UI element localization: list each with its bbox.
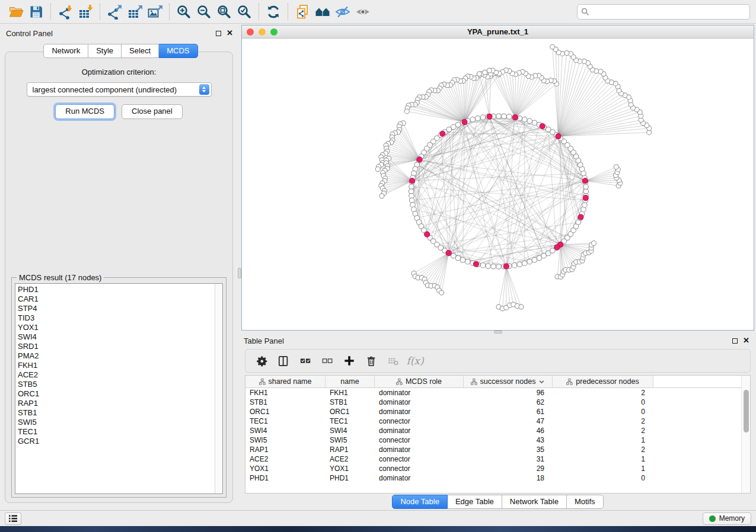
dominator-node[interactable]: [513, 115, 518, 120]
dominator-node[interactable]: [540, 124, 545, 129]
network-canvas[interactable]: [242, 39, 754, 330]
column-header-shared-name[interactable]: shared name: [245, 376, 326, 387]
column-header-successor-nodes[interactable]: successor nodes: [464, 376, 553, 387]
dominator-node[interactable]: [440, 131, 445, 136]
column-header-predecessor-nodes[interactable]: predecessor nodes: [553, 376, 653, 387]
tab-node-table[interactable]: Node Table: [392, 495, 448, 509]
float-panel-icon[interactable]: [732, 338, 738, 344]
network-node[interactable]: [522, 261, 527, 266]
mcds-result-node[interactable]: ORC1: [18, 389, 215, 399]
network-node[interactable]: [375, 167, 380, 172]
deselect-all-rows-button[interactable]: [318, 352, 336, 370]
network-node[interactable]: [404, 109, 409, 114]
close-panel-icon[interactable]: [227, 30, 233, 36]
mcds-result-node[interactable]: PMA2: [18, 351, 215, 361]
float-panel-icon[interactable]: [216, 31, 221, 36]
refresh-network-button[interactable]: [263, 2, 283, 21]
network-node[interactable]: [477, 72, 481, 76]
network-node[interactable]: [614, 165, 618, 169]
tab-style[interactable]: Style: [88, 44, 122, 58]
network-node[interactable]: [564, 51, 569, 56]
column-header-MCDS-role[interactable]: MCDS role: [375, 376, 464, 387]
dominator-node[interactable]: [417, 157, 422, 162]
network-node[interactable]: [460, 258, 465, 263]
network-node[interactable]: [522, 117, 527, 123]
mcds-result-node[interactable]: GCR1: [18, 437, 215, 446]
zoom-selected-button[interactable]: [234, 2, 254, 21]
dominator-node[interactable]: [554, 245, 560, 250]
network-node[interactable]: [582, 59, 586, 64]
dominator-node[interactable]: [583, 196, 588, 201]
export-network-button[interactable]: [104, 2, 125, 21]
table-row[interactable]: RAP1RAP1dominator352: [245, 445, 741, 454]
select-all-rows-button[interactable]: [296, 352, 314, 370]
tab-edge-table[interactable]: Edge Table: [448, 495, 502, 509]
dominator-node[interactable]: [578, 214, 583, 220]
network-node[interactable]: [475, 116, 480, 121]
table-row[interactable]: SWI4SWI4dominator462: [245, 426, 741, 435]
network-node[interactable]: [455, 255, 461, 261]
mcds-result-node[interactable]: PHD1: [18, 285, 215, 294]
hide-selected-button[interactable]: [333, 2, 353, 21]
mcds-result-node[interactable]: STB1: [18, 408, 215, 418]
table-row[interactable]: TEC1TEC1connector472: [245, 416, 741, 426]
network-node[interactable]: [480, 115, 486, 120]
tab-network-table[interactable]: Network Table: [502, 495, 567, 509]
mcds-result-node[interactable]: RAP1: [18, 399, 215, 408]
network-node[interactable]: [532, 258, 537, 263]
network-node[interactable]: [486, 264, 491, 269]
import-table-button[interactable]: [75, 2, 95, 21]
network-node[interactable]: [519, 305, 524, 309]
dominator-node[interactable]: [425, 232, 430, 237]
horizontal-splitter[interactable]: [241, 331, 754, 334]
network-node[interactable]: [527, 118, 532, 124]
import-network-button[interactable]: [55, 2, 75, 21]
network-node[interactable]: [550, 44, 555, 49]
run-mcds-button[interactable]: Run MCDS: [55, 104, 114, 119]
dominator-node[interactable]: [487, 114, 492, 119]
export-table-button[interactable]: [125, 2, 145, 21]
network-node[interactable]: [487, 68, 492, 73]
mcds-result-node[interactable]: SWI4: [18, 332, 215, 342]
network-node[interactable]: [517, 262, 522, 267]
dominator-node[interactable]: [410, 178, 415, 184]
network-node[interactable]: [483, 70, 487, 75]
network-node[interactable]: [470, 117, 476, 123]
close-panel-icon[interactable]: [743, 338, 749, 344]
network-node[interactable]: [480, 263, 486, 268]
network-node[interactable]: [491, 264, 496, 270]
mcds-result-node[interactable]: CAR1: [18, 294, 215, 304]
table-row[interactable]: PHD1PHD1dominator180: [245, 473, 741, 483]
mcds-result-node[interactable]: YOX1: [18, 323, 215, 332]
mcds-result-node[interactable]: FKH1: [18, 361, 215, 370]
mcds-result-node[interactable]: STB5: [18, 380, 215, 389]
delete-columns-button[interactable]: [362, 352, 380, 370]
table-row[interactable]: FKH1FKH1dominator962: [245, 388, 741, 398]
save-session-button[interactable]: [26, 2, 46, 21]
dominator-node[interactable]: [582, 178, 588, 184]
first-neighbors-button[interactable]: [312, 2, 333, 21]
network-node[interactable]: [379, 194, 384, 198]
vertical-splitter[interactable]: [238, 24, 241, 510]
network-node[interactable]: [496, 264, 502, 270]
table-row[interactable]: ACE2ACE2connector311: [245, 454, 741, 464]
dominator-node[interactable]: [503, 264, 509, 269]
network-node[interactable]: [502, 114, 507, 119]
memory-button[interactable]: Memory: [703, 512, 751, 525]
mcds-result-node[interactable]: TID3: [18, 313, 215, 323]
table-options-button[interactable]: [253, 352, 270, 370]
tab-mcds[interactable]: MCDS: [159, 44, 197, 58]
network-node[interactable]: [512, 263, 517, 268]
export-image-button[interactable]: [145, 2, 165, 21]
mcds-result-node[interactable]: SRD1: [18, 342, 215, 351]
search-input[interactable]: [592, 6, 746, 18]
scrollbar-thumb[interactable]: [744, 390, 749, 432]
tab-network[interactable]: Network: [43, 44, 88, 58]
table-row[interactable]: SWI5SWI5connector431: [245, 435, 741, 445]
dominator-node[interactable]: [462, 120, 467, 125]
tab-select[interactable]: Select: [122, 44, 159, 58]
network-node[interactable]: [439, 290, 444, 295]
network-node[interactable]: [506, 114, 512, 120]
splitter-grip[interactable]: [238, 268, 241, 278]
table-row[interactable]: YOX1YOX1connector291: [245, 464, 741, 473]
